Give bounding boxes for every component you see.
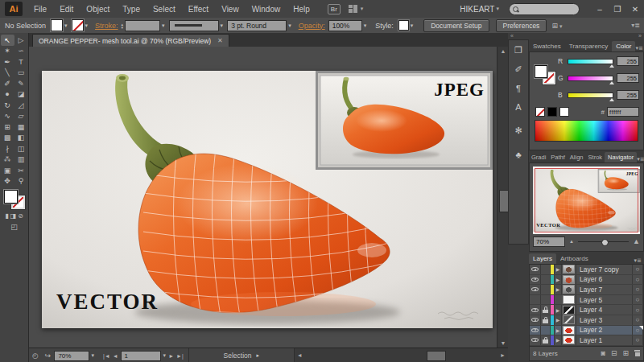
panel-menu-icon[interactable]: ▾≣ [634,257,644,264]
layer-row[interactable]: ▶ Layer 7 copy ○ [530,265,643,275]
tab-navigator[interactable]: Navigator [605,152,637,162]
arrange-documents-button[interactable]: ▾ [349,5,364,13]
brush-definition-select[interactable]: 3 pt. Round [227,20,287,31]
slice-tool[interactable]: ✂ [14,165,28,176]
layer-row[interactable]: ▶ Layer 6 ○ [530,275,643,286]
black-swatch[interactable] [547,107,557,117]
color-mode-button[interactable]: ▮ [5,212,8,220]
layer-thumbnail[interactable] [563,295,575,304]
fill-proxy[interactable] [535,65,547,78]
rotate-tool[interactable]: ↻ [1,100,14,111]
slider-thumb[interactable] [609,98,614,101]
layer-name[interactable]: Layer 5 [576,296,632,304]
opacity-field[interactable]: 100% [328,20,362,31]
stroke-color-swatch[interactable] [72,19,84,31]
chevron-down-icon[interactable]: ▾ [411,23,414,29]
layer-thumbnail[interactable] [563,306,575,315]
close-button[interactable]: ✕ [626,5,644,14]
layer-row[interactable]: ▶ Layer 5 ○ [530,295,643,306]
visibility-toggle[interactable] [530,275,541,285]
chevron-down-icon[interactable]: ▾ [162,23,165,29]
zoom-out-icon[interactable]: ▲ [569,239,574,244]
make-clipping-mask-icon[interactable]: ◙ [601,349,605,357]
last-artboard-button[interactable]: ►| [176,353,184,359]
stroke-weight-field[interactable] [125,20,160,31]
scale-tool[interactable]: ◿ [14,100,28,111]
expand-toggle[interactable]: ▶ [555,326,562,335]
target-icon[interactable]: ○ [632,335,643,345]
lasso-tool[interactable]: ∽ [14,46,28,57]
type-tool[interactable]: T [14,56,28,68]
visibility-toggle[interactable] [530,285,541,294]
tab-align[interactable]: Align [568,152,586,162]
first-artboard-button[interactable]: |◄ [103,353,110,359]
blend-tool[interactable]: ◫ [14,143,28,154]
horizontal-scrollbar[interactable]: ◄ ► [295,348,508,362]
layer-name[interactable]: Layer 1 [576,336,632,344]
visibility-toggle[interactable] [530,295,541,305]
target-icon[interactable]: ○ [632,315,643,325]
layer-row[interactable]: ▶ Layer 7 ○ [530,285,643,295]
layer-thumbnail[interactable] [563,326,575,335]
tab-color[interactable]: Color [612,41,635,51]
white-swatch[interactable] [559,107,569,117]
visibility-toggle[interactable] [530,305,541,315]
export-icon[interactable]: ↪ [45,352,52,360]
layer-row[interactable]: ▶ Layer 4 ○ [530,305,643,315]
eyedropper-tool[interactable]: ∤ [1,143,14,154]
visibility-toggle[interactable] [530,315,541,325]
chevron-down-icon[interactable]: ▾ [64,23,68,29]
stroke-weight-stepper[interactable]: ▴▾ [122,23,124,29]
target-icon[interactable]: ○ [632,295,643,305]
workspace-switcher[interactable]: HIKEART ▾ [460,5,499,14]
menu-file[interactable]: File [27,5,53,14]
vertical-scrollbar[interactable]: ▲ ▼ [497,47,509,348]
direct-selection-tool[interactable]: ▷ [14,35,28,46]
menu-select[interactable]: Select [147,5,182,14]
expand-toggle[interactable]: ▶ [555,315,562,325]
fill-stroke-proxy[interactable] [4,190,25,209]
artboard-number-field[interactable]: 1 [121,351,161,361]
tab-layers[interactable]: Layers [529,253,556,264]
layer-thumbnail[interactable] [563,265,575,274]
blue-slider[interactable] [568,93,613,98]
none-swatch[interactable] [535,107,545,117]
artboards-panel-icon[interactable]: ❐ [514,45,522,56]
rectangle-tool[interactable]: ▭ [14,68,28,79]
chevron-down-icon[interactable]: ▾ [364,23,367,29]
stroke-panel-link[interactable]: Stroke: [95,22,118,30]
close-tab-icon[interactable]: ✕ [217,37,223,44]
status-flyout-icon[interactable]: ▸ [257,352,260,359]
navigator-zoom-field[interactable]: 70% [533,237,565,247]
layer-name[interactable]: Layer 7 [576,286,632,294]
chevron-down-icon[interactable]: ▾ [288,23,291,29]
zoom-tool[interactable]: ⚲ [14,176,28,187]
expand-toggle[interactable]: ▶ [555,265,562,274]
flare-panel-icon[interactable]: ✻ [514,125,522,136]
menu-object[interactable]: Object [80,5,116,14]
menu-window[interactable]: Window [246,5,287,14]
chevron-down-icon[interactable]: ▾ [85,23,89,29]
tab-artboards[interactable]: Artboards [556,253,592,264]
horizontal-scroll-thumb[interactable] [427,351,446,361]
width-tool[interactable]: ∿ [1,111,14,122]
lock-toggle[interactable] [541,335,551,345]
visibility-toggle[interactable] [530,326,541,335]
lock-toggle[interactable] [541,275,551,285]
screen-mode-button[interactable]: ◰ [10,223,18,231]
green-slider[interactable] [568,76,613,81]
layer-name[interactable]: Layer 2 [576,326,632,334]
line-segment-tool[interactable]: ╲ [1,68,14,79]
chevron-down-icon[interactable]: ▾ [91,352,94,359]
tab-swatches[interactable]: Swatches [529,41,565,51]
expand-toggle[interactable]: ▶ [555,285,562,294]
zoom-level-field[interactable]: 70% [54,351,89,361]
layer-name[interactable]: Layer 4 [576,306,632,314]
lock-toggle[interactable] [541,305,551,315]
maximize-button[interactable]: ❐ [609,5,626,14]
chevron-down-icon[interactable]: ▾ [163,352,167,359]
visibility-toggle[interactable] [530,335,541,345]
free-transform-tool[interactable]: ▱ [14,111,28,122]
zoom-in-icon[interactable]: ▲ [633,237,640,245]
red-slider[interactable] [568,59,613,64]
